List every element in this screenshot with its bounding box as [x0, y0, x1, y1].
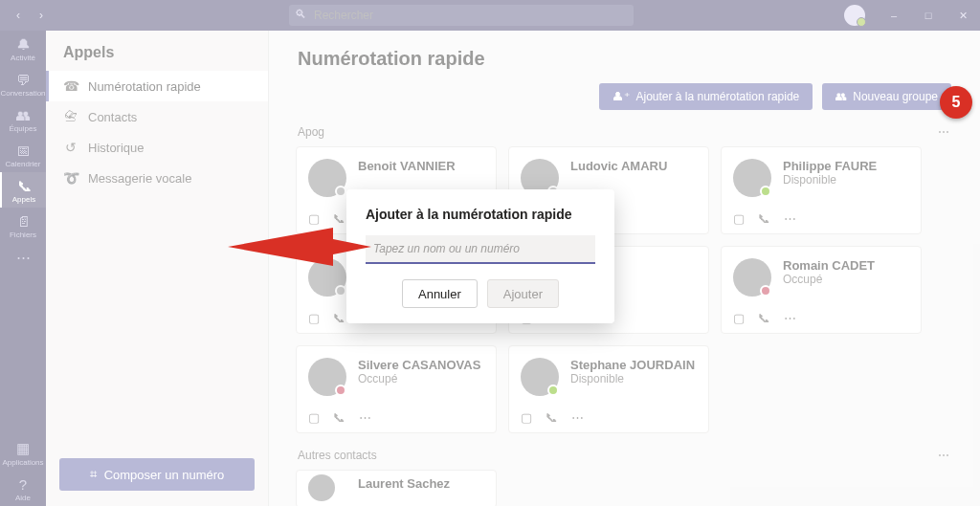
dialog-name-input[interactable] — [366, 235, 595, 264]
dialog-confirm-button: Ajouter — [487, 279, 559, 308]
add-speed-dial-dialog: Ajouter à la numérotation rapide Annuler… — [346, 189, 614, 323]
annotation-step-badge: 5 — [940, 86, 972, 119]
dialog-cancel-button[interactable]: Annuler — [402, 279, 478, 308]
dialog-title: Ajouter à la numérotation rapide — [366, 207, 595, 222]
